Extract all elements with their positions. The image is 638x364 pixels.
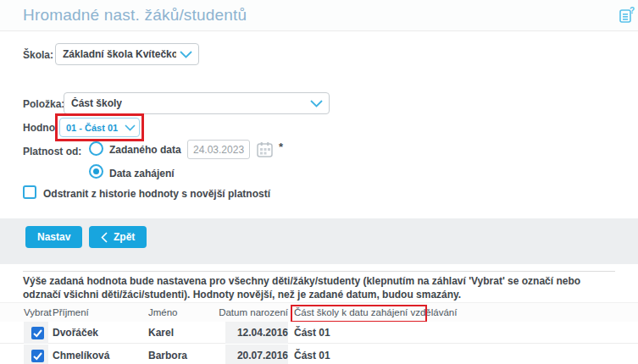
date-input[interactable] <box>187 140 250 159</box>
item-label: Položka: <box>23 98 64 110</box>
radio-given-date-label[interactable]: Zadaného data <box>109 144 181 156</box>
help-icon[interactable]: ? <box>618 6 636 25</box>
value-highlight-box: 01 - Část 01 <box>55 113 144 141</box>
chevron-down-icon <box>310 100 323 108</box>
cell-datum-narozeni: 12.04.2016 <box>203 322 288 344</box>
school-label: Škola: <box>23 49 53 61</box>
info-text: Výše zadaná hodnota bude nastavena pro v… <box>23 274 618 301</box>
chevron-left-icon <box>101 232 108 243</box>
remove-history-label[interactable]: Odstranit z historie hodnoty s novější p… <box>43 188 270 200</box>
cell-jmeno: Karel <box>148 322 174 344</box>
remove-history-checkbox[interactable] <box>23 185 36 199</box>
validity-label: Platnost od: <box>23 146 81 157</box>
radio-start-date[interactable] <box>89 164 103 179</box>
table-row: Dvořáček Karel 12.04.2016 Část 01 <box>0 322 638 344</box>
cell-jmeno: Barbora <box>148 345 187 364</box>
back-button[interactable]: Zpět <box>89 226 147 248</box>
cell-prijmeni: Dvořáček <box>53 322 98 344</box>
column-highlight-box <box>291 305 427 323</box>
page-title: Hromadné nast. žáků/studentů <box>23 6 247 25</box>
cell-prijmeni: Chmelíková <box>53 345 109 364</box>
set-button[interactable]: Nastav <box>25 226 82 248</box>
cell-cast-skoly: Část 01 <box>294 322 330 344</box>
required-marker: * <box>279 141 283 153</box>
school-select[interactable]: Základní škola Kvítečkov <box>55 43 199 65</box>
chevron-down-icon <box>125 124 136 131</box>
col-header-vybrat[interactable]: Vybrat <box>24 307 52 317</box>
item-select-value: Část školy <box>71 97 122 109</box>
radio-given-date[interactable] <box>89 141 103 156</box>
school-select-value: Základní škola Kvítečkov <box>63 48 176 60</box>
cell-cast-skoly: Část 01 <box>294 345 330 364</box>
cell-datum-narozeni: 20.07.2016 <box>203 345 288 364</box>
chevron-down-icon <box>180 51 192 58</box>
row-checkbox-checked[interactable] <box>31 350 44 362</box>
table-header-row: Vybrat Příjmení Jméno Datum narození Čás… <box>0 302 638 322</box>
table-row: Chmelíková Barbora 20.07.2016 Část 01 <box>0 345 638 364</box>
title-bar: Hromadné nast. žáků/studentů ? <box>0 0 638 31</box>
value-select[interactable]: 01 - Část 01 <box>59 118 140 137</box>
action-bar: Nastav Zpět <box>0 218 638 264</box>
item-select[interactable]: Část školy <box>64 92 330 114</box>
svg-text:?: ? <box>630 6 635 15</box>
calendar-icon[interactable] <box>256 141 274 158</box>
value-select-value: 01 - Část 01 <box>66 123 118 133</box>
bulk-student-settings-page: Hromadné nast. žáků/studentů ? Škola: Zá… <box>0 0 638 364</box>
col-header-jmeno[interactable]: Jméno <box>148 307 178 317</box>
row-checkbox-checked[interactable] <box>31 327 44 339</box>
col-header-prijmeni[interactable]: Příjmení <box>53 307 89 317</box>
back-button-label: Zpět <box>114 231 135 243</box>
separator-line <box>23 271 615 272</box>
radio-start-date-label[interactable]: Data zahájení <box>109 168 175 179</box>
col-header-datum-narozeni[interactable]: Datum narození <box>203 307 288 317</box>
